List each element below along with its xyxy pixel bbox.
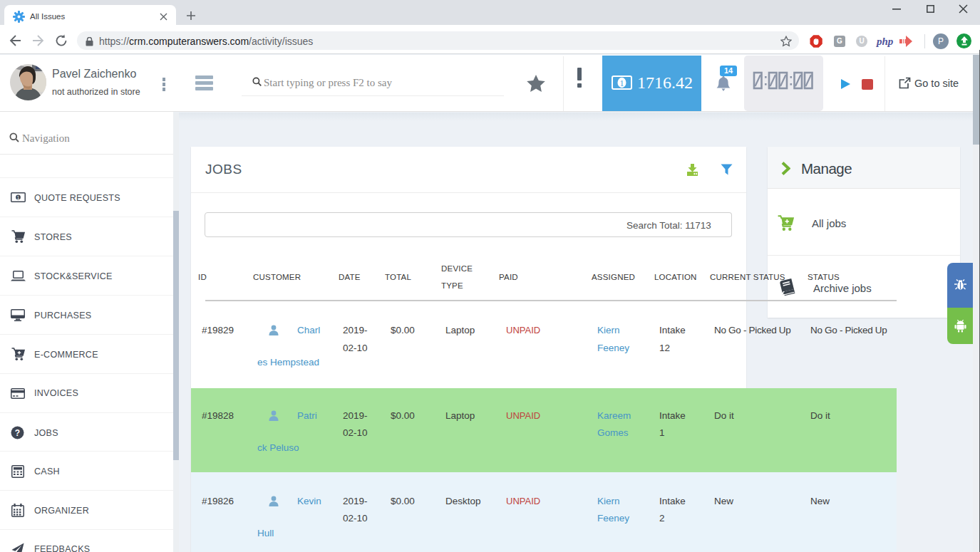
svg-text:?: ? bbox=[15, 428, 20, 438]
svg-text:1: 1 bbox=[17, 195, 20, 200]
svg-text:1: 1 bbox=[620, 78, 624, 88]
